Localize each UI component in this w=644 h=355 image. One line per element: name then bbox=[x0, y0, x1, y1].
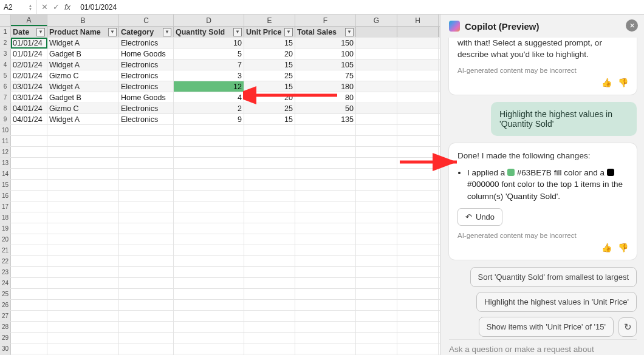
cell[interactable] bbox=[356, 300, 397, 310]
cell[interactable]: 03/01/24 bbox=[11, 81, 47, 92]
column-header-G[interactable]: G bbox=[356, 15, 397, 26]
row-header[interactable]: 30 bbox=[0, 343, 11, 354]
cell[interactable] bbox=[295, 322, 356, 332]
cell[interactable] bbox=[397, 59, 439, 70]
cell[interactable] bbox=[356, 289, 397, 299]
cell[interactable] bbox=[244, 245, 295, 255]
cell[interactable]: Electronics bbox=[119, 38, 174, 48]
cell[interactable] bbox=[47, 147, 119, 157]
cell[interactable] bbox=[397, 234, 439, 245]
cell[interactable] bbox=[356, 147, 397, 157]
cell[interactable] bbox=[397, 169, 439, 179]
row-header[interactable]: 6 bbox=[0, 81, 11, 92]
filter-dropdown-icon[interactable]: ▼ bbox=[108, 28, 117, 36]
cell[interactable] bbox=[397, 343, 439, 354]
filter-dropdown-icon[interactable]: ▼ bbox=[36, 28, 45, 36]
cell[interactable]: 5 bbox=[174, 49, 244, 59]
cell[interactable] bbox=[11, 201, 47, 212]
cell[interactable]: Product Name▼ bbox=[47, 27, 119, 37]
cell[interactable]: 04/01/24 bbox=[11, 114, 47, 124]
cell[interactable] bbox=[356, 223, 397, 234]
cell[interactable] bbox=[244, 158, 295, 168]
cell[interactable]: 20 bbox=[244, 92, 295, 103]
row-header[interactable]: 14 bbox=[0, 169, 11, 179]
cell[interactable] bbox=[295, 300, 356, 310]
cell[interactable] bbox=[174, 256, 244, 266]
cell[interactable] bbox=[397, 223, 439, 234]
row-header[interactable]: 11 bbox=[0, 136, 11, 146]
cell[interactable] bbox=[244, 278, 295, 288]
cell[interactable] bbox=[397, 81, 439, 92]
cell[interactable] bbox=[11, 333, 47, 343]
cell[interactable] bbox=[397, 49, 439, 59]
cell[interactable] bbox=[174, 136, 244, 146]
cell[interactable] bbox=[397, 114, 439, 124]
close-icon[interactable]: ✕ bbox=[626, 19, 638, 32]
cell[interactable] bbox=[174, 245, 244, 255]
cell[interactable] bbox=[244, 343, 295, 354]
cell[interactable] bbox=[244, 169, 295, 179]
cell[interactable] bbox=[356, 70, 397, 81]
cell[interactable] bbox=[174, 289, 244, 299]
cell[interactable] bbox=[244, 322, 295, 332]
cell[interactable] bbox=[356, 136, 397, 146]
cell[interactable] bbox=[244, 234, 295, 245]
cell[interactable] bbox=[295, 223, 356, 234]
cell[interactable] bbox=[47, 136, 119, 146]
column-header-B[interactable]: B bbox=[47, 15, 119, 26]
cell[interactable] bbox=[397, 70, 439, 81]
cell[interactable] bbox=[11, 245, 47, 255]
cell[interactable] bbox=[11, 278, 47, 288]
cell[interactable]: Date▼ bbox=[11, 27, 47, 37]
cell[interactable]: Electronics bbox=[119, 59, 174, 70]
row-header[interactable]: 27 bbox=[0, 311, 11, 321]
cell[interactable] bbox=[47, 201, 119, 212]
cell[interactable] bbox=[356, 322, 397, 332]
row-header[interactable]: 1 bbox=[0, 27, 11, 37]
refresh-suggestions-button[interactable]: ↻ bbox=[618, 317, 637, 337]
cell[interactable]: Home Goods bbox=[119, 92, 174, 103]
thumbs-down-icon[interactable]: 👎 bbox=[618, 78, 628, 87]
cell[interactable] bbox=[174, 311, 244, 321]
cell[interactable]: Gadget B bbox=[47, 92, 119, 103]
cell[interactable] bbox=[47, 311, 119, 321]
cell[interactable] bbox=[295, 125, 356, 135]
cell[interactable]: 105 bbox=[295, 59, 356, 70]
cell[interactable] bbox=[397, 27, 439, 37]
cell[interactable] bbox=[174, 158, 244, 168]
cell[interactable] bbox=[47, 300, 119, 310]
cell[interactable] bbox=[397, 125, 439, 135]
cell[interactable]: 7 bbox=[174, 59, 244, 70]
cell[interactable] bbox=[356, 92, 397, 103]
cell[interactable]: 15 bbox=[244, 38, 295, 48]
cell[interactable] bbox=[119, 289, 174, 299]
cell[interactable] bbox=[295, 245, 356, 255]
cell[interactable] bbox=[119, 322, 174, 332]
cell[interactable] bbox=[244, 289, 295, 299]
cell[interactable] bbox=[119, 223, 174, 234]
column-header-F[interactable]: F bbox=[295, 15, 356, 26]
undo-button[interactable]: ↶ Undo bbox=[457, 208, 502, 226]
cell[interactable]: Electronics bbox=[119, 114, 174, 124]
cell[interactable] bbox=[295, 158, 356, 168]
cell[interactable] bbox=[397, 212, 439, 223]
cell[interactable] bbox=[119, 343, 174, 354]
cell[interactable] bbox=[119, 256, 174, 266]
row-header[interactable]: 13 bbox=[0, 158, 11, 168]
ask-input[interactable]: Ask a question or make a request about bbox=[449, 339, 637, 354]
cell[interactable] bbox=[174, 343, 244, 354]
cell[interactable] bbox=[356, 234, 397, 245]
cell[interactable] bbox=[244, 147, 295, 157]
cell[interactable] bbox=[397, 267, 439, 277]
cell[interactable]: Electronics bbox=[119, 81, 174, 92]
cell[interactable] bbox=[47, 180, 119, 190]
cell[interactable] bbox=[356, 212, 397, 223]
cell[interactable] bbox=[47, 158, 119, 168]
cell[interactable] bbox=[11, 300, 47, 310]
row-header[interactable]: 4 bbox=[0, 59, 11, 70]
cell[interactable]: 20 bbox=[244, 49, 295, 59]
cell[interactable]: 180 bbox=[295, 81, 356, 92]
formula-input[interactable]: 01/01/2024 bbox=[75, 3, 644, 12]
suggestion-pill[interactable]: Highlight the highest values in 'Unit Pr… bbox=[476, 292, 637, 312]
cell[interactable] bbox=[397, 147, 439, 157]
